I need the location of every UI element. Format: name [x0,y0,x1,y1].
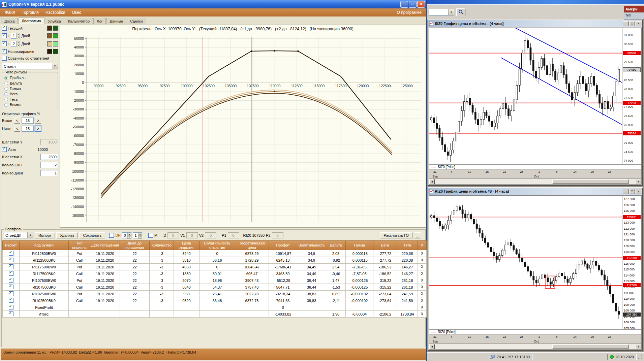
row-delete-button[interactable]: X [418,291,427,297]
col-header-Профит[interactable]: Профит [269,241,297,250]
portfolio-row-RI112500BW0[interactable]: RI112500BW0Put19.11.202022-3324006878,29… [3,250,427,257]
row-delete-button[interactable]: X [418,270,427,277]
minimize-button[interactable]: _ [623,21,628,26]
close-button[interactable]: × [636,189,641,194]
row-select-cell[interactable] [3,250,20,257]
col-header-Волатильность[interactable]: Волатильность [297,241,326,250]
calc-go-button[interactable]: Рассчитать ГО [380,232,412,238]
import-button[interactable]: Импорт [35,232,55,238]
riz0-titlebar[interactable]: RIZ0 График цены и объёма #8 - [4 часа] … [428,188,642,195]
row-select-cell[interactable] [3,284,20,291]
spinner-arrows-icon[interactable]: ▲▼ [16,33,20,38]
col-header-Дней до погашения[interactable]: Дней до погашения [120,241,150,250]
siz0-candlestick-chart[interactable] [429,28,622,164]
row-delete-button[interactable]: X [418,297,427,304]
col-header-Теоретическая цена[interactable]: Теоретическая цена [235,241,269,250]
col-header-Цена открытия[interactable]: Цена открытия [174,241,200,250]
riz0-candlestick-chart[interactable] [429,196,622,329]
portfolio-row-RI102500BK0[interactable]: RI102500BK0Call19.11.202022-3952066,4868… [3,297,427,304]
col-header-Волатильность открытия[interactable]: Волатильность открытия [200,241,235,250]
series-checkbox[interactable] [2,33,7,38]
row-delete-button[interactable]: X [418,311,427,318]
scrollbar-thumb[interactable] [552,179,628,184]
menu-item-Файл[interactable]: Файл [2,9,19,15]
above-increase-button[interactable]: > [35,118,41,124]
scrollbar-thumb[interactable] [552,344,628,349]
portfolio-combo[interactable]: СтреДДЛ ▼ [4,232,33,238]
spinner-arrows-icon[interactable]: ▲▼ [138,233,142,238]
search-button[interactable] [456,8,465,16]
siz0-titlebar[interactable]: SiZ0 График цены и объёма - [4 часа] _ □… [428,20,642,27]
collapse-button[interactable]: _ [414,232,421,238]
row-checkbox[interactable] [9,264,13,269]
row-select-cell[interactable] [3,304,20,311]
tab-Данные[interactable]: Данные [106,18,126,24]
row-checkbox[interactable] [9,271,13,276]
close-button[interactable]: × [636,21,641,26]
row-select-cell[interactable] [3,297,20,304]
radio-row-Дельта[interactable]: Дельта [4,80,56,86]
portfolio-row-RI117500BK0[interactable]: RI117500BK0Call19.11.202022-3185050,0169… [3,270,427,277]
above-decrease-button[interactable]: < [14,118,20,124]
below-increase-button[interactable]: > [35,126,41,132]
days-spinner[interactable]: 1▲▼ [11,33,20,39]
payoff-chart[interactable]: 50000400003000020000100000-10000-20000-3… [60,32,426,227]
row-select-cell[interactable] [3,291,20,297]
spinner-arrows-icon[interactable]: ▲▼ [16,41,20,46]
row-delete-button[interactable]: X [418,257,427,264]
days-count-input[interactable] [40,170,58,176]
radio-row-Вега[interactable]: Вега [4,91,56,97]
row-checkbox[interactable] [9,305,13,309]
col-header-Код бумаги[interactable]: Код бумаги [20,241,69,250]
menu-item-Торговля[interactable]: Торговля [19,9,42,15]
maximize-button[interactable]: □ [629,189,635,194]
instrument-combo[interactable]: ▼ [429,9,454,15]
dh-checkbox[interactable] [109,233,114,238]
col-header-Дата погашения[interactable]: Дата погашения [90,241,120,250]
tab-Доска[interactable]: Доска [1,18,18,24]
row-checkbox[interactable] [9,311,13,316]
above-percent-input[interactable] [22,118,34,124]
minimize-button[interactable]: _ [400,1,408,8]
chevron-down-icon[interactable]: ▼ [27,232,33,238]
portfolio-row-RI107500BW0[interactable]: RI107500BW0Put19.11.202022-3207018,96390… [3,277,427,284]
col-header-Дельта[interactable]: Дельта [326,241,346,250]
row-select-cell[interactable] [3,264,20,270]
series-checkbox[interactable] [2,41,7,46]
row-delete-button[interactable]: X [418,304,427,311]
col-header-Количество[interactable]: Количество [150,241,174,250]
col-header-Тета[interactable]: Тета [397,241,418,250]
scroll-left-icon[interactable]: ◄ [429,344,435,349]
tab-Улыбка[interactable]: Улыбка [45,18,64,24]
tab-Диаграмма[interactable]: Диаграмма [18,18,44,24]
col-header-Расчет[interactable]: Расчет [3,241,20,250]
grid-x-input[interactable] [40,154,58,160]
cko-input[interactable] [40,162,58,168]
series-checkbox[interactable] [2,49,7,54]
radio-row-Тета[interactable]: Тета [4,97,56,102]
radio-row-Вомма[interactable]: Вомма [4,102,56,107]
menu-item-Настройки[interactable]: Настройки [42,9,69,15]
menu-about[interactable]: О программе [397,10,425,15]
row-delete-button[interactable]: X [418,284,427,291]
row-checkbox[interactable] [9,278,13,283]
delete-button[interactable]: Удалить [56,232,78,238]
scroll-right-icon[interactable]: ► [636,179,641,184]
below-decrease-button[interactable]: < [14,126,20,132]
col-header-Тип опциона[interactable]: Тип опциона [69,241,90,250]
strategy-combo[interactable]: Стрнгл ▼ [2,63,58,69]
chevron-down-icon[interactable]: ▼ [52,63,58,69]
row-delete-button[interactable]: X [418,277,427,284]
row-checkbox[interactable] [9,251,13,256]
col-header-Гамма[interactable]: Гамма [346,241,373,250]
days-spinner[interactable]: 2▲▼ [11,41,20,47]
m-checkbox[interactable] [148,233,153,238]
below-percent-input[interactable] [22,126,34,132]
radio-row-Гамма[interactable]: Гамма [4,86,56,91]
riz0-horizontal-scrollbar[interactable]: ◄ ► [429,344,641,349]
portfolio-row-Итого:[interactable]: Итого:-14033,821,96-0,00084-2106,21738,8… [3,311,427,318]
tab-Лог[interactable]: Лог [93,18,106,24]
scroll-left-icon[interactable]: ◄ [429,179,435,184]
background-window-titlebar[interactable] [427,0,644,4]
series-checkbox[interactable] [2,26,7,31]
